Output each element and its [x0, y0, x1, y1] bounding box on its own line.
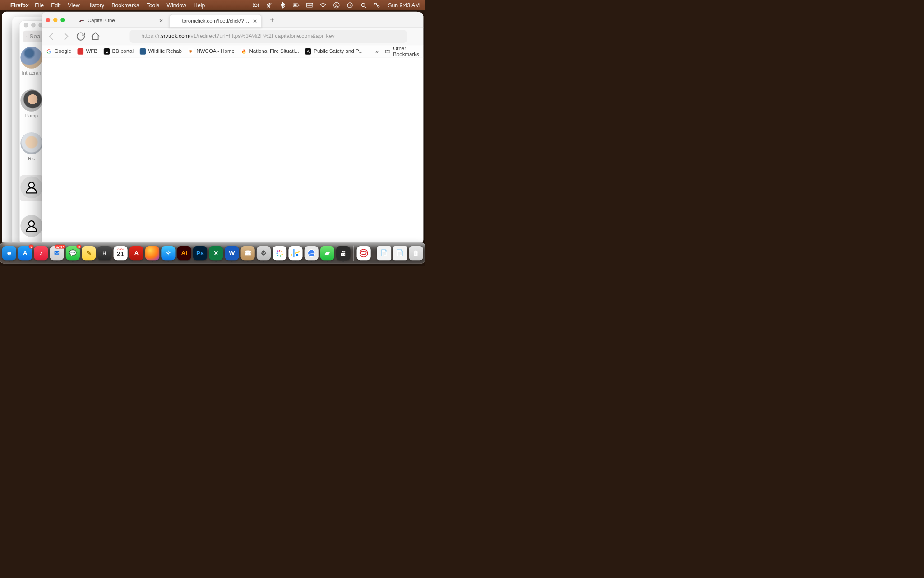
search-icon: [26, 36, 27, 37]
dock-maps[interactable]: [288, 246, 302, 260]
new-tab-button[interactable]: ＋: [267, 14, 277, 25]
contacts-search-input[interactable]: Sea: [23, 31, 44, 42]
avatar: [20, 132, 42, 154]
menu-tools[interactable]: Tools: [147, 2, 159, 8]
dock-contacts[interactable]: ☎: [241, 246, 255, 260]
address-bar[interactable]: https://r.srvtrck.com/v1/redirect?url=ht…: [129, 30, 407, 42]
zoom-window-button[interactable]: [60, 18, 65, 22]
dock-calendar[interactable]: AUG21: [114, 246, 128, 260]
bookmark-public-safety[interactable]: APublic Safety and P...: [305, 48, 363, 55]
svg-point-9: [361, 3, 365, 6]
user-icon[interactable]: [333, 2, 340, 9]
dock-google-earth[interactable]: [305, 246, 319, 260]
menu-edit[interactable]: Edit: [51, 2, 60, 8]
bookmark-wfb[interactable]: WFB: [77, 48, 97, 55]
mute-icon[interactable]: [266, 2, 273, 9]
contact-item[interactable]: Ric: [19, 132, 43, 162]
bookmarks-overflow-button[interactable]: »: [375, 47, 379, 56]
dock-acrobat[interactable]: A: [129, 246, 143, 260]
wifi-icon[interactable]: [319, 2, 326, 9]
dock-finder[interactable]: ☻: [2, 246, 16, 260]
other-bookmarks-button[interactable]: Other Bookmarks: [385, 45, 419, 57]
back-button[interactable]: [46, 31, 57, 42]
bookmark-nwcoa[interactable]: ✷NWCOA - Home: [188, 48, 235, 55]
dock-firefox[interactable]: [145, 246, 159, 260]
dock-music[interactable]: ♪: [34, 246, 48, 260]
dock-photoshop[interactable]: Ps: [193, 246, 207, 260]
svg-rect-2: [298, 5, 299, 6]
bookmark-wildlife-rehab[interactable]: Wildlife Rehab: [140, 48, 182, 55]
bookmark-bb-portal[interactable]: ΔBB portal: [104, 48, 134, 55]
dock-separator: [374, 246, 374, 261]
timemachine-icon[interactable]: [346, 2, 353, 9]
svg-point-7: [336, 4, 337, 5]
menu-view[interactable]: View: [68, 2, 80, 8]
calendar-day: 21: [117, 250, 125, 258]
contact-item[interactable]: [19, 215, 43, 239]
home-button[interactable]: [90, 31, 101, 42]
bookmark-label: WFB: [86, 48, 97, 55]
bookmark-national-fire[interactable]: 🔥National Fire Situati...: [240, 48, 299, 55]
dock-recent-doc[interactable]: 📄: [377, 246, 391, 260]
dock-printer[interactable]: 🖨: [336, 246, 350, 260]
bookmark-google[interactable]: Google: [46, 48, 71, 55]
contact-item[interactable]: Pamp: [19, 89, 43, 119]
control-center-icon[interactable]: [374, 2, 380, 9]
dock-creative-cloud[interactable]: [357, 246, 371, 260]
dock-safari[interactable]: ✧: [161, 246, 175, 260]
dock-mail[interactable]: ✉1,467: [50, 246, 64, 260]
svg-rect-4: [306, 3, 313, 7]
dock-recent-doc[interactable]: 📄: [393, 246, 407, 260]
close-window-button[interactable]: [46, 18, 50, 22]
bluetooth-icon[interactable]: [279, 2, 286, 9]
airdrop-icon[interactable]: [252, 2, 259, 9]
dock-messages[interactable]: 💬3: [66, 246, 80, 260]
svg-point-0: [254, 4, 257, 6]
menu-bookmarks[interactable]: Bookmarks: [111, 2, 139, 8]
keyboard-icon[interactable]: [306, 2, 313, 9]
capital-one-favicon-icon: [79, 18, 84, 23]
menu-file[interactable]: File: [35, 2, 44, 8]
window-controls-inactive[interactable]: [24, 23, 43, 27]
app-name[interactable]: Firefox: [10, 2, 29, 8]
menu-help[interactable]: Help: [194, 2, 205, 8]
tab-close-button[interactable]: ✕: [159, 18, 163, 24]
spotlight-icon[interactable]: [360, 2, 367, 9]
dock-excel[interactable]: X: [209, 246, 223, 260]
menu-history[interactable]: History: [87, 2, 104, 8]
svg-point-21: [281, 253, 283, 256]
tab-capital-one[interactable]: Capital One ✕: [75, 14, 167, 27]
site-icon: [77, 48, 83, 55]
svg-point-24: [276, 252, 278, 254]
dock-calculator[interactable]: ⌗: [97, 246, 111, 260]
badge: 3: [29, 245, 34, 249]
avatar-placeholder: [20, 215, 42, 237]
bookmark-label: BB portal: [112, 48, 134, 55]
contact-item[interactable]: [19, 175, 43, 201]
dock-photos[interactable]: [273, 246, 286, 260]
tab-toromclick[interactable]: toromclick.com/feed/click/?t1=128&t ✕: [170, 14, 261, 27]
svg-point-5: [323, 7, 323, 8]
menu-clock[interactable]: Sun 9:43 AM: [388, 2, 420, 8]
dock-zoom[interactable]: ▰: [320, 246, 334, 260]
minimize-window-button[interactable]: [53, 18, 57, 22]
dock-notes[interactable]: ✎: [82, 246, 96, 260]
dock-app-store[interactable]: A3: [18, 246, 32, 260]
menu-window[interactable]: Window: [166, 2, 186, 8]
tab-close-button[interactable]: ✕: [253, 18, 257, 24]
battery-icon[interactable]: [293, 2, 300, 9]
reload-button[interactable]: [75, 31, 86, 42]
person-icon: [25, 181, 38, 194]
dock-illustrator[interactable]: Ai: [177, 246, 191, 260]
dock-system-settings[interactable]: ⚙: [257, 246, 271, 260]
google-icon: [46, 48, 52, 55]
calendar-month: AUG: [117, 247, 124, 250]
dock-trash[interactable]: 🗑: [409, 246, 423, 260]
dock-word[interactable]: W: [225, 246, 239, 260]
forward-button[interactable]: [60, 31, 71, 42]
contact-item[interactable]: Intracran: [19, 47, 43, 76]
window-controls[interactable]: [46, 18, 65, 22]
bookmark-label: NWCOA - Home: [196, 48, 235, 55]
site-icon: ✷: [188, 48, 194, 55]
contact-name: Pamp: [25, 113, 38, 119]
